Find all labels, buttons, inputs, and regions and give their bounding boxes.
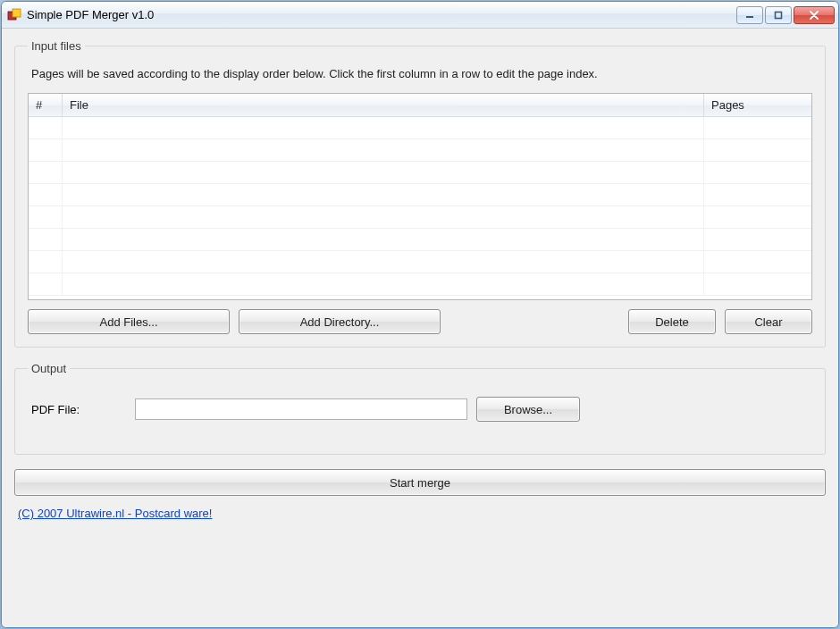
window-title: Simple PDF Merger v1.0 xyxy=(27,8,736,21)
app-icon xyxy=(7,8,21,22)
table-row[interactable] xyxy=(29,273,811,296)
table-row[interactable] xyxy=(29,162,811,184)
files-listview[interactable]: # File Pages xyxy=(28,93,812,300)
clear-button[interactable]: Clear xyxy=(725,309,812,334)
add-directory-button[interactable]: Add Directory... xyxy=(239,309,441,334)
output-row: PDF File: Browse... xyxy=(28,397,812,422)
input-files-legend: Input files xyxy=(28,39,85,53)
start-merge-row: Start merge xyxy=(14,469,826,496)
input-files-group: Input files Pages will be saved accordin… xyxy=(14,39,826,348)
listview-body[interactable] xyxy=(29,117,811,299)
input-hint: Pages will be saved according to the dis… xyxy=(31,67,812,80)
input-buttons-row: Add Files... Add Directory... Delete Cle… xyxy=(28,309,812,334)
table-row[interactable] xyxy=(29,229,811,251)
svg-rect-2 xyxy=(746,16,753,18)
table-row[interactable] xyxy=(29,117,811,139)
browse-button[interactable]: Browse... xyxy=(476,397,580,422)
output-group: Output PDF File: Browse... xyxy=(14,362,826,455)
listview-header: # File Pages xyxy=(29,94,811,117)
maximize-button[interactable] xyxy=(765,6,792,24)
svg-rect-1 xyxy=(13,9,21,17)
column-file[interactable]: File xyxy=(63,94,704,116)
column-pages[interactable]: Pages xyxy=(704,94,811,116)
close-button[interactable] xyxy=(794,6,835,24)
minimize-button[interactable] xyxy=(736,6,763,24)
add-files-button[interactable]: Add Files... xyxy=(28,309,230,334)
pdf-file-input[interactable] xyxy=(135,398,467,420)
column-index[interactable]: # xyxy=(29,94,63,116)
table-row[interactable] xyxy=(29,139,811,162)
start-merge-button[interactable]: Start merge xyxy=(14,469,826,496)
delete-button[interactable]: Delete xyxy=(628,309,716,334)
pdf-file-label: PDF File: xyxy=(28,403,126,416)
table-row[interactable] xyxy=(29,184,811,206)
app-window: Simple PDF Merger v1.0 Input files Pages… xyxy=(1,1,839,628)
svg-rect-3 xyxy=(776,12,782,18)
table-row[interactable] xyxy=(29,206,811,229)
titlebar[interactable]: Simple PDF Merger v1.0 xyxy=(2,2,838,29)
window-controls xyxy=(736,6,835,24)
footer-link[interactable]: (C) 2007 Ultrawire.nl - Postcard ware! xyxy=(18,507,826,520)
output-legend: Output xyxy=(28,362,70,375)
table-row[interactable] xyxy=(29,251,811,273)
client-area: Input files Pages will be saved accordin… xyxy=(2,29,838,627)
